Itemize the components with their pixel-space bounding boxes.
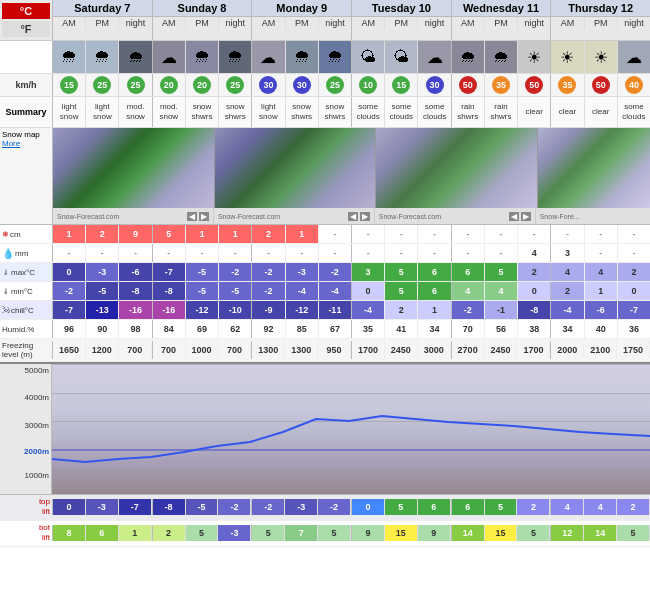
humid-wed: 70 56 38	[451, 320, 551, 338]
min-c-tue-night: 6	[418, 282, 450, 300]
min-c-thu: 2 1 0	[550, 282, 650, 300]
top-lift-sun-night: -2	[218, 499, 251, 515]
wind-mon-pm: 30	[286, 74, 319, 96]
wind-badge: 50	[525, 76, 543, 94]
humid-wed-pm: 56	[485, 320, 518, 338]
prev-arrow2[interactable]: ◀	[348, 212, 358, 221]
rain-mm-mon: - - -	[251, 244, 351, 262]
summary-sun: mod. snow snow shwrs snow shwrs	[152, 97, 252, 127]
chill-c-thu: -4 -6 -7	[550, 301, 650, 319]
rain-mm-mon-am: -	[252, 244, 285, 262]
subperiod-sun-pm: PM	[186, 17, 219, 29]
top-lift-wed: 6 5 2	[451, 499, 551, 515]
snow-cm-row: ❄ cm 1 2 9 5 1 1 2 1 - - - - - - - -	[0, 225, 650, 244]
max-c-mon: -2 -3 -2	[251, 263, 351, 281]
top-lift-wed-pm: 5	[485, 499, 518, 515]
wind-thu-night: 40	[618, 74, 650, 96]
chill-c-mon-pm: -12	[286, 301, 319, 319]
bot-lift-thu-night: 5	[617, 525, 650, 541]
top-lift-sun-pm: -5	[186, 499, 219, 515]
rain-mm-sat-pm: -	[86, 244, 119, 262]
elev-1000m: 1000m	[25, 471, 49, 480]
top-lift-thu-night: 2	[617, 499, 650, 515]
weather-wed: 🌧 🌧 ☀	[451, 41, 551, 73]
top-lift-label: toplift	[0, 495, 52, 520]
bot-lift-tue-pm: 15	[385, 525, 418, 541]
chill-c-wed-pm: -1	[485, 301, 518, 319]
summary-tue: some clouds some clouds some clouds	[351, 97, 451, 127]
min-c-thu-am: 2	[551, 282, 584, 300]
max-c-sat-night: -6	[119, 263, 151, 281]
prev-arrow[interactable]: ◀	[187, 212, 197, 221]
top-lift-wed-night: 2	[517, 499, 550, 515]
rain-mm-thu-am: 3	[551, 244, 584, 262]
humid-tue: 35 41 34	[351, 320, 451, 338]
humid-sat-pm: 90	[86, 320, 119, 338]
weather-sat-am: 🌨	[53, 41, 86, 73]
max-c-thu-am: 4	[551, 263, 584, 281]
top-lift-sat: 0 -3 -7	[52, 499, 152, 515]
chill-c-thu-am: -4	[551, 301, 584, 319]
weather-icons-row: 🌨 🌨 🌧 ☁ 🌨 🌨 ☁ 🌨 🌨 🌤 🌤 ☁ 🌧 🌧 ☀	[0, 41, 650, 74]
rain-mm-tue-night: -	[418, 244, 450, 262]
snow-cm-thu-pm: -	[585, 225, 618, 243]
weather-mon-am: ☁	[252, 41, 285, 73]
min-c-sat: -2 -5 -8	[52, 282, 152, 300]
wind-badge: 30	[259, 76, 277, 94]
rain-mm-label: 💧 mm	[0, 246, 52, 261]
snow-shower-icon: 🌨	[327, 48, 343, 66]
humid-tue-pm: 41	[385, 320, 418, 338]
wind-thu-pm: 50	[585, 74, 618, 96]
day-col-sun: Sunday 8 AM PM night	[152, 0, 252, 40]
subperiod-sat-am: AM	[53, 17, 86, 29]
min-c-wed-am: 4	[452, 282, 485, 300]
humid-thu: 34 40 36	[550, 320, 650, 338]
next-arrow2[interactable]: ▶	[360, 212, 370, 221]
rain-mm-sat-am: -	[53, 244, 86, 262]
freezing-mon-pm: 1300	[285, 341, 318, 359]
snow-icon: 🌨	[94, 48, 110, 66]
bot-lift-sun-am: 2	[153, 525, 186, 541]
day-col-wed: Wednesday 11 AM PM night	[451, 0, 551, 40]
rain-mm-tue-am: -	[352, 244, 385, 262]
bot-lift-sat-night: 1	[119, 525, 152, 541]
bot-lift-wed-night: 5	[517, 525, 550, 541]
max-c-sat-pm: -3	[86, 263, 119, 281]
snow-cm-tue-pm: -	[385, 225, 418, 243]
wind-sun-pm: 20	[186, 74, 219, 96]
freezing-thu-pm: 2100	[584, 341, 617, 359]
summary-tue-am: some clouds	[352, 97, 385, 127]
weather-label	[0, 55, 52, 59]
weather-thu-night: ☁	[618, 41, 650, 73]
wind-badge: 25	[127, 76, 145, 94]
next-arrow[interactable]: ▶	[199, 212, 209, 221]
humid-sat-am: 96	[53, 320, 86, 338]
snow-cm-wed-night: -	[518, 225, 550, 243]
wind-badge: 35	[492, 76, 510, 94]
max-c-label: 🌡 max°C	[0, 266, 52, 279]
bot-lift-wed: 14 15 5	[451, 525, 551, 541]
celsius-button[interactable]: °C	[2, 3, 50, 19]
prev-arrow3[interactable]: ◀	[509, 212, 519, 221]
snow-shower-icon: 🌨	[227, 48, 243, 66]
wind-badge: 50	[592, 76, 610, 94]
max-c-text: max°C	[11, 268, 35, 277]
fahrenheit-button[interactable]: °F	[2, 21, 50, 37]
min-c-sun-am: -8	[153, 282, 186, 300]
weather-sat-night: 🌧	[119, 41, 151, 73]
weather-wed-am: 🌧	[452, 41, 485, 73]
top-lift-sat-night: -7	[119, 499, 152, 515]
wind-wed-pm: 35	[485, 74, 518, 96]
clear-icon: ☀	[527, 48, 541, 67]
chill-c-mon-night: -11	[319, 301, 351, 319]
max-c-sun-pm: -5	[186, 263, 219, 281]
snowmap-credit-1: Snow-Forecast.com ◀ ▶	[53, 208, 214, 224]
wind-thu: 35 50 40	[550, 74, 650, 96]
next-arrow3[interactable]: ▶	[521, 212, 531, 221]
subperiod-thu-am: AM	[551, 17, 584, 29]
snowmap-footer: Snow-Forecast.com ◀ ▶ Snow-Forecast.com …	[53, 208, 650, 224]
humid-sun-am: 84	[153, 320, 186, 338]
snowmap-more-link[interactable]: More	[2, 139, 20, 148]
top-lift-wed-am: 6	[452, 499, 485, 515]
snow-cm-tue-night: -	[418, 225, 450, 243]
